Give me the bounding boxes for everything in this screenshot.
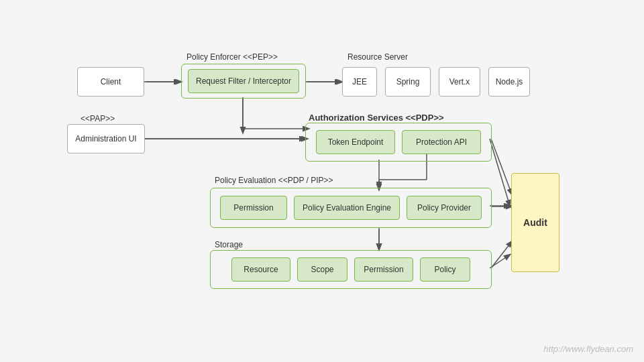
- nodejs-box: Node.js: [488, 67, 530, 97]
- policy-provider-box: Policy Provider: [407, 196, 482, 220]
- storage-permission-box: Permission: [354, 257, 413, 282]
- spring-box: Spring: [385, 67, 431, 97]
- pep-box-label: Request Filter / Interceptor: [196, 76, 291, 86]
- protection-api-box: Protection API: [402, 130, 481, 154]
- policy-eval-outer-box: Permission Policy Evaluation Engine Poli…: [210, 188, 492, 228]
- storage-label: Storage: [215, 240, 243, 249]
- policy-provider-label: Policy Provider: [417, 203, 471, 213]
- resource-server-label: Resource Server: [347, 52, 408, 62]
- pdp-label: Authorization Services <<PDP>>: [309, 113, 444, 123]
- client-label: Client: [101, 77, 121, 86]
- svg-line-8: [490, 255, 510, 268]
- resource-box: Resource: [231, 257, 290, 282]
- pap-label: <<PAP>>: [80, 114, 115, 123]
- vertx-box: Vert.x: [439, 67, 480, 97]
- svg-line-14: [491, 139, 512, 194]
- permission-label: Permission: [233, 203, 273, 213]
- policy-eval-label: Policy Evaluation <<PDP / PIP>>: [215, 176, 333, 185]
- policy-box: Policy: [420, 257, 470, 282]
- pep-label: Policy Enforcer <<PEP>>: [186, 52, 278, 62]
- svg-line-4: [490, 139, 510, 206]
- token-endpoint-label: Token Endpoint: [328, 137, 384, 147]
- pep-outer-box: Request Filter / Interceptor: [181, 64, 306, 99]
- svg-line-20: [491, 241, 512, 268]
- policy-eval-engine-label: Policy Evaluation Engine: [303, 203, 391, 213]
- client-box: Client: [77, 67, 144, 97]
- watermark: http://www.flydean.com: [543, 344, 633, 354]
- audit-label: Audit: [523, 217, 547, 228]
- permission-box: Permission: [220, 196, 287, 220]
- scope-label: Scope: [311, 265, 333, 274]
- admin-ui-label: Administration UI: [75, 134, 136, 143]
- admin-ui-box: Administration UI: [67, 124, 145, 154]
- diagram: Client Policy Enforcer <<PEP>> Request F…: [0, 0, 644, 362]
- policy-label: Policy: [434, 265, 455, 274]
- protection-api-label: Protection API: [416, 137, 467, 147]
- audit-box: Audit: [511, 173, 559, 272]
- policy-eval-engine-box: Policy Evaluation Engine: [294, 196, 400, 220]
- jee-box: JEE: [342, 67, 377, 97]
- storage-permission-label: Permission: [364, 265, 403, 274]
- storage-outer-box: Resource Scope Permission Policy: [210, 250, 492, 289]
- resource-label: Resource: [244, 265, 278, 274]
- pdp-outer-box: Token Endpoint Protection API: [305, 123, 492, 162]
- scope-box: Scope: [297, 257, 347, 282]
- pep-inner-box: Request Filter / Interceptor: [188, 69, 299, 93]
- token-endpoint-box: Token Endpoint: [316, 130, 395, 154]
